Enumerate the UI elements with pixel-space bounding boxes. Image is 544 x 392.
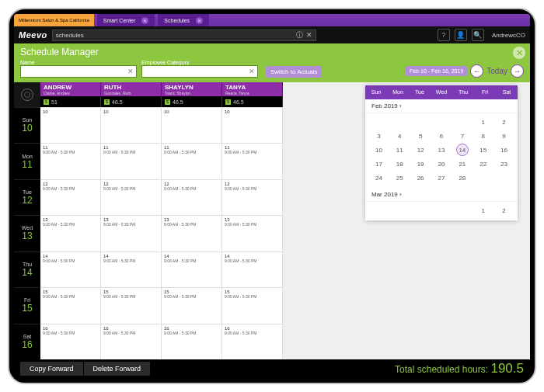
calendar-day[interactable]: 1 — [473, 203, 493, 217]
day-cell[interactable]: Fri15 — [14, 287, 40, 323]
employee-header[interactable]: ANDREWClarke, AndrewS51 — [40, 82, 101, 107]
name-input[interactable]: ✕ — [20, 65, 137, 78]
compass-icon[interactable] — [14, 82, 40, 107]
schedule-cell[interactable]: 159:00 AM - 5:30 PM — [222, 287, 283, 323]
calendar-day[interactable]: 7 — [452, 129, 473, 143]
calendar-day[interactable]: 27 — [431, 171, 452, 185]
schedule-cell[interactable]: 139:00 AM - 5:30 PM — [162, 215, 222, 251]
calendar-day[interactable]: 9 — [493, 129, 514, 143]
employee-header[interactable]: TANYAReece, TanyaS46.5 — [222, 82, 283, 107]
day-cell[interactable]: Thu14 — [14, 252, 40, 287]
org-tab[interactable]: Millennium Salon & Spa California — [14, 14, 94, 26]
user-label[interactable]: AndrewcCO — [492, 32, 525, 39]
calendar-day[interactable]: 25 — [389, 171, 410, 185]
schedule-cell[interactable]: 139:00 AM - 5:30 PM — [222, 215, 283, 251]
calendar-day[interactable]: 6 — [431, 129, 452, 143]
close-panel-icon[interactable]: ✕ — [513, 47, 525, 59]
schedule-cell[interactable]: 139:00 AM - 5:30 PM — [101, 215, 162, 251]
search-input[interactable]: schedules ⓘ ✕ — [52, 29, 316, 41]
schedule-cell[interactable]: 119:00 AM - 5:30 PM — [40, 143, 101, 179]
calendar-day[interactable]: 21 — [452, 157, 473, 171]
calendar-day[interactable]: 12 — [410, 143, 431, 157]
calendar-day[interactable]: 14 — [452, 143, 473, 157]
schedule-cell[interactable]: 129:00 AM - 5:30 PM — [40, 179, 101, 215]
calendar-day[interactable]: 3 — [368, 129, 389, 143]
clear-icon[interactable]: ✕ — [127, 68, 134, 75]
clear-icon[interactable]: ✕ — [306, 31, 312, 39]
calendar-day[interactable]: 15 — [473, 143, 493, 157]
month-label[interactable]: Mar 2019 › — [365, 188, 518, 202]
day-cell[interactable]: Tue12 — [14, 179, 40, 215]
schedule-cell[interactable]: 149:00 AM - 5:30 PM — [222, 252, 283, 287]
calendar-day — [452, 203, 473, 217]
schedule-cell[interactable]: 10 — [162, 107, 222, 143]
info-icon[interactable]: ⓘ — [296, 30, 303, 40]
day-cell[interactable]: Wed13 — [14, 215, 40, 251]
mini-calendar[interactable]: SunMonTueWedThuFriSat Feb 2019 › 1234567… — [365, 85, 518, 220]
calendar-day[interactable]: 22 — [473, 157, 493, 171]
calendar-day[interactable]: 10 — [368, 143, 389, 157]
calendar-day[interactable]: 20 — [431, 157, 452, 171]
clear-icon[interactable]: ✕ — [249, 68, 255, 75]
calendar-day[interactable]: 26 — [410, 171, 431, 185]
schedule-cell[interactable]: 159:00 AM - 5:30 PM — [40, 287, 101, 323]
schedule-cell[interactable]: 159:00 AM - 5:30 PM — [162, 287, 222, 323]
schedule-cell[interactable]: 149:00 AM - 5:30 PM — [101, 252, 162, 287]
date-range[interactable]: Feb 10 - Feb 16, 2019 — [406, 66, 467, 76]
calendar-day — [431, 115, 452, 129]
calendar-day[interactable]: 24 — [368, 171, 389, 185]
today-button[interactable]: Today — [486, 67, 507, 75]
schedule-cell[interactable]: 149:00 AM - 5:30 PM — [162, 252, 222, 287]
calendar-day[interactable]: 2 — [493, 203, 514, 217]
schedule-cell[interactable]: 10 — [222, 107, 283, 143]
schedule-cell[interactable]: 169:00 AM - 5:30 PM — [222, 324, 283, 359]
calendar-day[interactable]: 11 — [389, 143, 410, 157]
calendar-day[interactable]: 18 — [389, 157, 410, 171]
schedule-cell[interactable]: 129:00 AM - 5:30 PM — [101, 179, 162, 215]
schedule-cell[interactable]: 119:00 AM - 5:30 PM — [222, 143, 283, 179]
close-icon[interactable]: ✕ — [141, 17, 148, 24]
calendar-day[interactable]: 16 — [493, 143, 514, 157]
tab-smart-center[interactable]: Smart Center ✕ — [97, 14, 155, 26]
close-icon[interactable]: ✕ — [196, 17, 203, 24]
calendar-day[interactable]: 19 — [410, 157, 431, 171]
switch-actuals-button[interactable]: Switch to Actuals — [266, 66, 322, 78]
help-icon[interactable]: ? — [438, 29, 450, 41]
schedule-cell[interactable]: 159:00 AM - 5:30 PM — [101, 287, 162, 323]
category-input[interactable]: ✕ — [141, 65, 258, 78]
person-icon[interactable]: 👤 — [455, 29, 467, 41]
calendar-day[interactable]: 1 — [473, 115, 493, 129]
schedule-cell[interactable]: 149:00 AM - 5:30 PM — [40, 252, 101, 287]
day-cell[interactable]: Mon11 — [14, 143, 40, 179]
schedule-cell[interactable]: 129:00 AM - 5:30 PM — [222, 179, 283, 215]
prev-week-button[interactable]: ← — [470, 64, 483, 78]
calendar-day[interactable]: 13 — [431, 143, 452, 157]
next-week-button[interactable]: → — [511, 64, 524, 78]
employee-header[interactable]: RUTHGonzales, RuthS46.5 — [101, 82, 162, 107]
schedule-cell[interactable]: 119:00 AM - 5:30 PM — [162, 143, 222, 179]
day-cell[interactable]: Sat16 — [14, 324, 40, 359]
calendar-day[interactable]: 4 — [389, 129, 410, 143]
schedule-cell[interactable]: 119:00 AM - 5:30 PM — [101, 143, 162, 179]
top-bar: Meevo schedules ⓘ ✕ ? 👤 🔍 AndrewcCO — [14, 26, 530, 43]
schedule-cell[interactable]: 129:00 AM - 5:30 PM — [162, 179, 222, 215]
schedule-cell[interactable]: 169:00 AM - 5:30 PM — [162, 324, 222, 359]
delete-forward-button[interactable]: Delete Forward — [84, 362, 151, 376]
calendar-day[interactable]: 2 — [493, 115, 514, 129]
day-cell[interactable]: Sun10 — [14, 107, 40, 143]
calendar-day[interactable]: 28 — [452, 171, 473, 185]
schedule-cell[interactable]: 169:00 AM - 5:30 PM — [101, 324, 162, 359]
calendar-day[interactable]: 5 — [410, 129, 431, 143]
copy-forward-button[interactable]: Copy Forward — [20, 362, 83, 376]
employee-header[interactable]: SHAYLYNToard, ShaylynS46.5 — [162, 82, 222, 107]
month-label[interactable]: Feb 2019 › — [365, 99, 518, 113]
schedule-cell[interactable]: 10 — [101, 107, 162, 143]
schedule-cell[interactable]: 139:00 AM - 5:30 PM — [40, 215, 101, 251]
tab-schedules[interactable]: Schedules ✕ — [158, 14, 209, 26]
calendar-day[interactable]: 17 — [368, 157, 389, 171]
schedule-cell[interactable]: 169:00 AM - 5:30 PM — [40, 324, 101, 359]
search-icon[interactable]: 🔍 — [472, 29, 484, 41]
calendar-day[interactable]: 23 — [493, 157, 514, 171]
calendar-day[interactable]: 8 — [473, 129, 493, 143]
schedule-cell[interactable]: 10 — [40, 107, 101, 143]
